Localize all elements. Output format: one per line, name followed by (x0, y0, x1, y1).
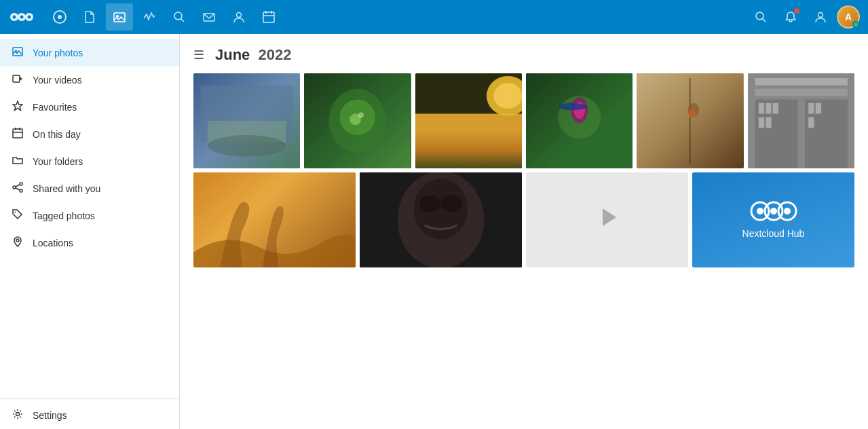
photo-item[interactable] (193, 73, 300, 168)
nav-photos[interactable] (106, 3, 133, 31)
nextcloud-logo[interactable] (8, 7, 35, 27)
svg-rect-48 (415, 114, 522, 168)
svg-point-10 (174, 12, 182, 20)
svg-rect-69 (766, 117, 771, 128)
sidebar-item-shared-with-you[interactable]: Shared with you (0, 175, 179, 202)
svg-point-20 (818, 13, 823, 18)
nav-files[interactable] (76, 3, 103, 31)
svg-point-59 (689, 109, 696, 118)
sidebar: Your photos Your videos Favourites On th… (0, 34, 180, 429)
user-status-button[interactable] (807, 3, 834, 31)
svg-point-4 (20, 16, 24, 19)
play-icon (590, 200, 624, 240)
online-status-dot (852, 21, 859, 28)
svg-point-41 (208, 135, 286, 156)
svg-point-3 (13, 16, 16, 19)
photo-row-1 (193, 73, 854, 168)
svg-point-18 (756, 12, 763, 20)
svg-rect-62 (755, 89, 847, 96)
svg-rect-66 (766, 103, 771, 114)
svg-rect-8 (114, 13, 125, 22)
svg-point-36 (16, 239, 19, 242)
photo-item[interactable] (304, 73, 411, 168)
svg-point-5 (28, 16, 31, 19)
topnav-right-actions: A (747, 3, 860, 31)
nav-dashboard[interactable] (46, 3, 73, 31)
video-icon (11, 73, 24, 87)
sidebar-label-your-videos: Your videos (33, 75, 82, 86)
nextcloud-hub-card[interactable]: Nextcloud Hub (692, 172, 854, 267)
svg-rect-65 (758, 103, 763, 114)
sidebar-label-settings: Settings (33, 410, 67, 421)
nav-activity[interactable] (136, 3, 163, 31)
nav-contacts[interactable] (225, 3, 252, 31)
svg-point-78 (441, 195, 463, 212)
month-year-title: June 2022 (215, 46, 291, 64)
sidebar-item-your-folders[interactable]: Your folders (0, 148, 179, 175)
sidebar-item-settings[interactable]: Settings (0, 402, 179, 429)
sidebar-item-locations[interactable]: Locations (0, 229, 179, 257)
svg-rect-70 (808, 103, 814, 114)
sidebar-label-locations: Locations (33, 238, 73, 248)
nav-calendar[interactable] (255, 3, 282, 31)
sidebar-item-your-photos[interactable]: Your photos (0, 39, 179, 67)
photo-icon (11, 46, 24, 60)
sidebar-item-your-videos[interactable]: Your videos (0, 67, 179, 94)
nav-mail[interactable] (195, 3, 223, 31)
global-search-button[interactable] (747, 3, 774, 31)
svg-marker-24 (20, 77, 22, 81)
notifications-button[interactable] (777, 3, 804, 31)
svg-rect-67 (772, 103, 778, 114)
svg-rect-71 (815, 103, 820, 114)
svg-rect-72 (808, 117, 814, 128)
svg-point-77 (419, 195, 441, 212)
photo-item[interactable] (748, 73, 854, 168)
photo-item[interactable] (637, 73, 743, 168)
svg-point-83 (770, 208, 777, 214)
photo-item[interactable] (415, 73, 522, 168)
share-icon (11, 182, 24, 195)
photo-row-2: Nextcloud Hub (193, 172, 854, 267)
svg-point-50 (493, 83, 522, 109)
sidebar-bottom: Settings (0, 398, 179, 429)
folder-icon (11, 155, 24, 168)
svg-rect-23 (13, 75, 20, 82)
svg-point-7 (58, 15, 62, 19)
svg-point-30 (20, 183, 22, 185)
top-navigation: A (0, 0, 868, 34)
photo-item[interactable] (193, 172, 356, 267)
svg-point-46 (358, 112, 364, 117)
nav-search[interactable] (166, 3, 193, 31)
nextcloud-hub-label: Nextcloud Hub (742, 228, 805, 239)
svg-point-32 (20, 189, 22, 192)
sidebar-label-favourites: Favourites (33, 102, 77, 113)
photo-item[interactable] (526, 73, 633, 168)
svg-point-31 (13, 186, 16, 189)
svg-rect-61 (755, 78, 847, 85)
svg-marker-79 (603, 208, 616, 226)
svg-point-81 (757, 208, 763, 214)
sidebar-label-your-photos: Your photos (33, 48, 83, 58)
svg-rect-68 (758, 117, 763, 128)
user-avatar[interactable]: A (837, 5, 860, 29)
svg-point-13 (237, 13, 242, 18)
sidebar-spacer (0, 257, 179, 398)
settings-icon (11, 409, 24, 422)
svg-marker-25 (13, 101, 22, 111)
svg-point-55 (558, 103, 586, 110)
hamburger-menu[interactable]: ☰ (193, 45, 210, 65)
video-thumbnail[interactable] (526, 172, 688, 267)
main-header: ☰ June 2022 (180, 34, 868, 73)
svg-point-35 (15, 212, 16, 213)
main-layout: Your photos Your videos Favourites On th… (0, 34, 868, 429)
svg-point-85 (784, 208, 791, 214)
main-content: ☰ June 2022 (180, 34, 868, 429)
sidebar-label-on-this-day: On this day (33, 129, 81, 140)
sidebar-item-favourites[interactable]: Favourites (0, 94, 179, 121)
photo-item[interactable] (360, 172, 522, 267)
sidebar-item-tagged-photos[interactable]: Tagged photos (0, 202, 179, 229)
svg-rect-14 (263, 12, 274, 22)
svg-line-19 (763, 19, 766, 22)
sidebar-label-your-folders: Your folders (33, 156, 83, 167)
sidebar-item-on-this-day[interactable]: On this day (0, 121, 179, 148)
